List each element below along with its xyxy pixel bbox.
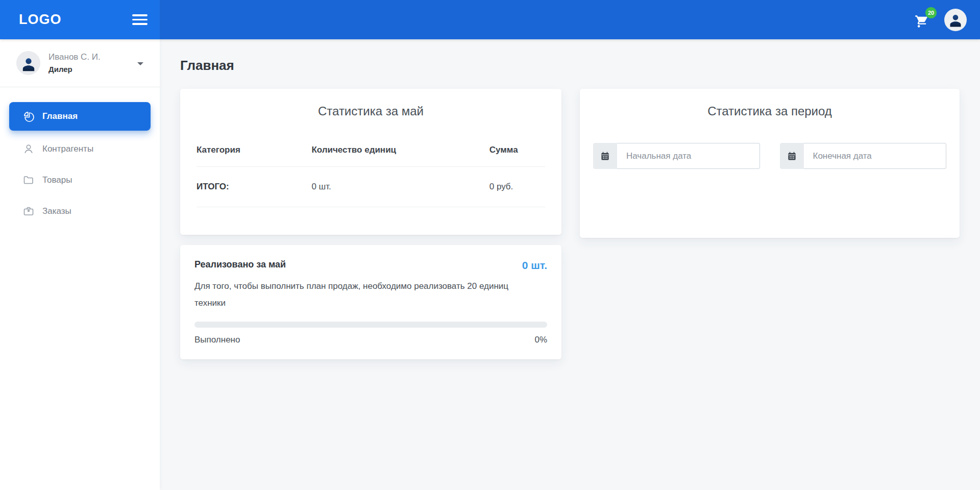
end-date-calendar-button[interactable] xyxy=(780,143,804,169)
stats-table-header-row: Категория Количество единиц Сумма xyxy=(197,145,545,167)
user-role: Дилер xyxy=(48,64,101,75)
stats-table: Категория Количество единиц Сумма ИТОГО:… xyxy=(197,145,545,207)
left-column: Статистика за май Категория Количество е… xyxy=(180,89,561,359)
sidebar-item-zakazy[interactable]: Заказы xyxy=(9,199,151,224)
hamburger-icon xyxy=(132,14,148,16)
sidebar-item-label: Товары xyxy=(42,175,72,185)
sidebar-item-tovary[interactable]: Товары xyxy=(9,167,151,193)
progress-percent: 0% xyxy=(534,335,547,345)
sales-card-footer: Выполнено 0% xyxy=(194,335,547,345)
sidebar-item-kontragenty[interactable]: Контрагенты xyxy=(9,136,151,162)
stats-month-title: Статистика за май xyxy=(197,104,545,118)
chevron-down-icon xyxy=(137,62,143,65)
sales-card-title: Реализовано за май xyxy=(194,259,286,270)
cart-badge: 20 xyxy=(925,7,937,18)
sidebar-item-label: Заказы xyxy=(42,206,71,216)
user-name: Иванов С. И. xyxy=(48,51,101,64)
calendar-icon xyxy=(600,151,610,161)
cart-button[interactable]: 20 xyxy=(915,11,932,29)
sidebar-user-block[interactable]: Иванов С. И. Дилер xyxy=(0,39,160,87)
col-header-quantity: Количество единиц xyxy=(311,145,489,167)
col-header-sum: Сумма xyxy=(489,145,545,167)
sidebar-menu: Главная Контрагенты Товары xyxy=(0,87,160,230)
user-icon xyxy=(20,56,37,72)
user-meta: Иванов С. И. Дилер xyxy=(48,51,101,75)
total-label: ИТОГО: xyxy=(197,167,311,207)
stats-month-card: Статистика за май Категория Количество е… xyxy=(180,89,561,235)
col-header-category: Категория xyxy=(197,145,311,167)
topbar-actions-section: 20 xyxy=(160,0,980,39)
user-icon xyxy=(948,13,963,28)
sidebar: Иванов С. И. Дилер Главная Контрагенты xyxy=(0,39,160,490)
sidebar-item-label: Контрагенты xyxy=(42,144,93,154)
start-date-group xyxy=(593,143,760,169)
cards-grid: Статистика за май Категория Количество е… xyxy=(180,89,960,359)
total-quantity: 0 шт. xyxy=(311,167,489,207)
user-avatar-button[interactable] xyxy=(944,9,967,31)
progress-label: Выполнено xyxy=(194,335,240,345)
user-outline-icon xyxy=(22,143,35,155)
pie-chart-icon xyxy=(22,110,35,122)
table-row: ИТОГО: 0 шт. 0 руб. xyxy=(197,167,545,207)
avatar xyxy=(16,51,40,75)
sales-plan-card: Реализовано за май 0 шт. Для того, чтобы… xyxy=(180,245,561,359)
topbar-brand-section: LOGO xyxy=(0,0,160,39)
total-sum: 0 руб. xyxy=(489,167,545,207)
sales-card-header: Реализовано за май 0 шт. xyxy=(194,259,547,272)
end-date-input[interactable] xyxy=(804,143,947,169)
briefcase-icon xyxy=(22,205,35,217)
sidebar-item-label: Главная xyxy=(42,111,78,121)
stats-period-card: Статистика за период xyxy=(580,89,960,238)
calendar-icon xyxy=(787,151,797,161)
start-date-calendar-button[interactable] xyxy=(593,143,617,169)
end-date-group xyxy=(780,143,947,169)
right-column: Статистика за период xyxy=(580,89,960,238)
folder-icon xyxy=(22,174,35,186)
main-content: Главная Статистика за май Категория Коли… xyxy=(160,39,980,490)
sales-card-value: 0 шт. xyxy=(522,259,547,272)
logo[interactable]: LOGO xyxy=(19,12,62,28)
progress-bar xyxy=(194,322,547,328)
start-date-input[interactable] xyxy=(617,143,760,169)
date-inputs-row xyxy=(593,143,946,169)
top-bar: LOGO 20 xyxy=(0,0,980,39)
sidebar-item-glavnaya[interactable]: Главная xyxy=(9,102,151,131)
sales-card-description: Для того, чтобы выполнить план продаж, н… xyxy=(194,278,526,311)
stats-period-title: Статистика за период xyxy=(593,104,946,118)
page-title: Главная xyxy=(180,58,960,74)
hamburger-menu-button[interactable] xyxy=(131,11,149,28)
